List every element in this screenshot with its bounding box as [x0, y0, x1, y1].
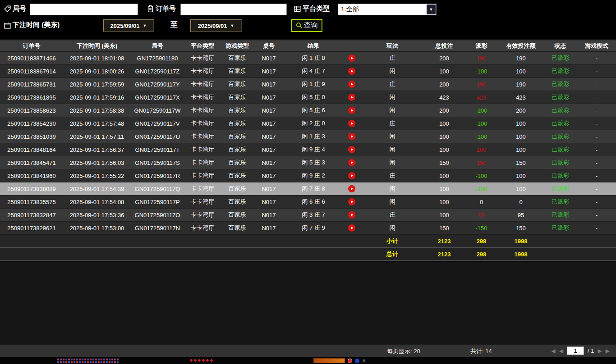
header-play-video	[343, 40, 361, 51]
cell-platform: 卡卡湾厅	[184, 117, 221, 130]
cell-game-type: 百家乐	[221, 130, 253, 143]
cell-status: 已派彩	[543, 65, 577, 77]
cell-round-no: GN0172590117W	[131, 104, 184, 117]
tag-icon	[4, 5, 11, 13]
table-row[interactable]: 250901173861895 2025-09-01 17:59:16 GN01…	[0, 91, 616, 104]
header-total-bet: 总投注	[424, 40, 464, 51]
prev-page-icon[interactable]: ◀	[559, 348, 563, 354]
table-row[interactable]: 250901173845471 2025-09-01 17:56:03 GN01…	[0, 156, 616, 169]
table-row[interactable]: 250901173848164 2025-09-01 17:56:37 GN01…	[0, 143, 616, 156]
subtotal-row: 小计 2123 298 1998	[0, 235, 616, 248]
cell-bet-time: 2025-09-01 18:01:08	[63, 52, 131, 64]
footer-bar: 每页显示: 20 共计: 14 ◀ ◀ / 1 ▶ ▶	[0, 345, 616, 357]
play-video-icon[interactable]	[348, 55, 355, 62]
date-from-value: 2025/09/01	[110, 23, 140, 29]
table-row[interactable]: 250901173858623 2025-09-01 17:58:38 GN01…	[0, 104, 616, 117]
cell-game-type: 百家乐	[221, 222, 253, 234]
cell-payout: 190	[464, 52, 498, 64]
cell-play-method: 闲	[361, 156, 424, 169]
cell-game-type: 百家乐	[221, 169, 253, 182]
cell-order-no: 250901173845471	[0, 156, 63, 169]
play-video-icon[interactable]	[348, 68, 355, 75]
table-row[interactable]: 250901173841960 2025-09-01 17:55:22 GN01…	[0, 169, 616, 182]
cell-play-video	[343, 78, 361, 91]
pagination: ◀ ◀ / 1 ▶ ▶	[552, 346, 610, 355]
platform-type-select[interactable]: 1.全部 ▼	[338, 4, 437, 15]
date-to-button[interactable]: 2025/09/01▼	[190, 19, 242, 32]
search-icon	[296, 22, 303, 29]
total-count-label: 共计: 14	[470, 347, 492, 355]
table-row[interactable]: 250901173832847 2025-09-01 17:53:36 GN01…	[0, 209, 616, 222]
cell-round-no: GN0172590117O	[131, 209, 184, 221]
cell-platform: 卡卡湾厅	[184, 209, 221, 221]
cell-play-video	[343, 52, 361, 64]
cell-valid-bet: 100	[498, 117, 543, 130]
cell-order-no: 250901173865731	[0, 78, 63, 91]
cell-table-no: N017	[253, 222, 284, 234]
cell-total-bet: 100	[424, 169, 464, 182]
table-row[interactable]: 250901183871466 2025-09-01 18:01:08 GN17…	[0, 52, 616, 65]
play-video-icon[interactable]	[348, 146, 355, 153]
cell-order-no: 250901173861895	[0, 91, 63, 104]
round-no-input[interactable]	[30, 4, 138, 15]
play-video-icon[interactable]	[348, 133, 355, 140]
cell-game-type: 百家乐	[221, 209, 253, 221]
cell-play-video	[343, 91, 361, 104]
table-row[interactable]: 250901173865731 2025-09-01 17:59:59 GN01…	[0, 78, 616, 91]
play-video-icon[interactable]	[348, 198, 355, 205]
cell-bet-time: 2025-09-01 17:54:08	[63, 196, 131, 208]
order-no-input[interactable]	[180, 4, 287, 15]
cell-table-no: N017	[253, 117, 284, 130]
cell-round-no: GN0172590117N	[131, 222, 184, 234]
cell-total-bet: 100	[424, 196, 464, 208]
cell-order-no: 250901173841960	[0, 169, 63, 182]
cell-status: 已派彩	[543, 156, 577, 169]
play-video-icon[interactable]	[348, 120, 355, 127]
page-number-input[interactable]	[567, 346, 584, 355]
cell-play-method: 庄	[361, 78, 424, 91]
play-video-icon[interactable]	[348, 211, 355, 218]
first-page-icon[interactable]: ◀	[552, 348, 556, 354]
cell-status: 已派彩	[543, 143, 577, 156]
per-page-label: 每页显示: 20	[387, 347, 420, 355]
cell-payout: 100	[464, 143, 498, 156]
play-video-icon[interactable]	[348, 81, 355, 88]
table-row[interactable]: 250901173835575 2025-09-01 17:54:08 GN01…	[0, 196, 616, 209]
play-video-icon[interactable]	[348, 107, 355, 114]
clipboard-icon	[147, 5, 154, 13]
cell-status: 已派彩	[543, 130, 577, 143]
table-row[interactable]: 250901183867914 2025-09-01 18:00:26 GN01…	[0, 65, 616, 78]
cell-round-no: GN0172590117Z	[131, 65, 184, 77]
search-button[interactable]: 查询	[291, 19, 322, 32]
cell-valid-bet: 423	[498, 91, 543, 104]
table-row[interactable]: 250901173829621 2025-09-01 17:53:00 GN01…	[0, 222, 616, 235]
cell-game-type: 百家乐	[221, 52, 253, 64]
cell-result: 闲 9 庄 4	[284, 143, 343, 156]
cell-play-method: 闲	[361, 182, 424, 195]
cell-play-video	[343, 209, 361, 221]
play-video-icon[interactable]	[348, 172, 355, 179]
table-row[interactable]: 250901173851039 2025-09-01 17:57:11 GN01…	[0, 130, 616, 143]
cell-play-method: 闲	[361, 143, 424, 156]
last-page-icon[interactable]: ▶	[606, 348, 610, 354]
play-video-icon[interactable]	[348, 185, 355, 192]
play-video-icon[interactable]	[348, 224, 355, 232]
play-video-icon[interactable]	[348, 94, 355, 101]
cell-game-mode: -	[577, 130, 616, 143]
date-from-button[interactable]: 2025/09/01▼	[103, 19, 154, 32]
cell-status: 已派彩	[543, 169, 577, 182]
next-page-icon[interactable]: ▶	[598, 348, 602, 354]
cell-payout: -200	[464, 104, 498, 117]
play-video-icon[interactable]	[348, 159, 355, 166]
background-blue-marker	[355, 359, 359, 363]
cell-result: 闲 4 庄 7	[284, 65, 343, 77]
cell-round-no: GN0172590117Q	[131, 182, 184, 195]
table-row[interactable]: 250901173838089 2025-09-01 17:54:39 GN01…	[0, 182, 616, 196]
header-valid-bet: 有效投注额	[498, 40, 543, 51]
cell-valid-bet: 100	[498, 130, 543, 143]
cell-bet-time: 2025-09-01 17:53:36	[63, 209, 131, 221]
cell-table-no: N017	[253, 91, 284, 104]
cell-play-video	[343, 143, 361, 156]
table-row[interactable]: 250901173854230 2025-09-01 17:57:48 GN01…	[0, 117, 616, 130]
cell-table-no: N017	[253, 104, 284, 117]
